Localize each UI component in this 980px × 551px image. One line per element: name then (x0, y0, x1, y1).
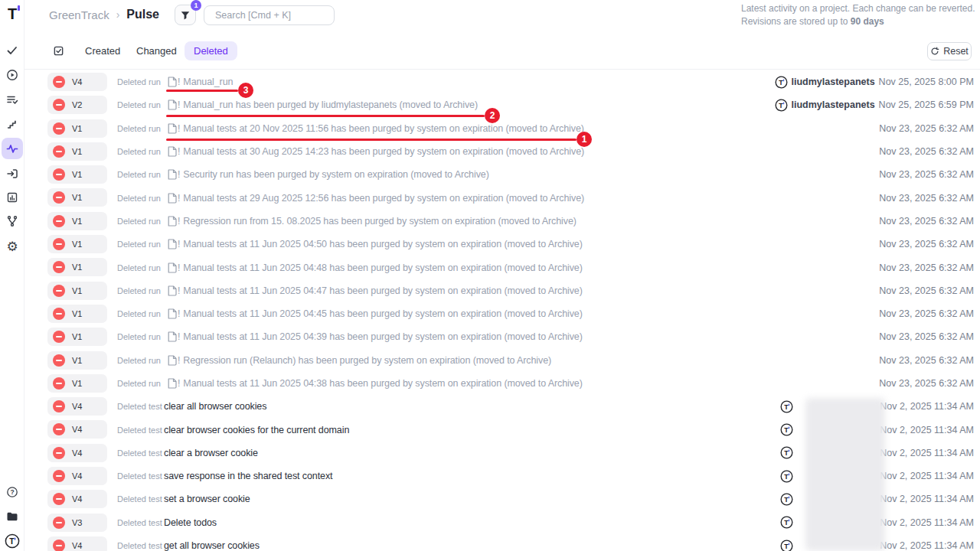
version-label: V1 (72, 262, 82, 272)
sidebar-item-pulse[interactable] (0, 138, 24, 159)
action-label: Deleted run (117, 279, 161, 302)
document-icon (168, 193, 177, 204)
list-item[interactable]: V1Deleted run!Manual tests at 11 Jun 202… (0, 372, 980, 395)
tab-changed[interactable]: Changed (127, 41, 186, 60)
list-item[interactable]: V1Deleted run!Manual tests at 11 Jun 202… (0, 279, 980, 302)
version-badge: V1 (47, 282, 107, 300)
list-item[interactable]: V1Deleted run!Manual tests at 30 Aug 202… (0, 140, 980, 163)
document-exclamation-icon: ! (168, 262, 180, 273)
deleted-minus-icon (53, 215, 65, 227)
timestamp: Nov 25, 2025 6:59 PM (879, 99, 974, 110)
page-description-line2: Revisions are stored up to 90 days (741, 15, 978, 28)
deleted-minus-icon (53, 540, 65, 551)
version-badge: V1 (47, 165, 107, 184)
list-check-icon (6, 93, 18, 106)
user-avatar-icon: T (780, 446, 793, 459)
action-label: Deleted run (117, 325, 161, 348)
user-avatar-icon: T (780, 493, 793, 506)
version-label: V1 (72, 217, 82, 226)
list-item[interactable]: V1Deleted run!Manual tests at 11 Jun 202… (0, 233, 980, 256)
list-item[interactable]: V4Deleted run!Manual_runTliudmylastepane… (0, 70, 980, 93)
list-item[interactable]: V1Deleted run!Regression run (Relaunch) … (0, 349, 980, 372)
document-exclamation-icon: ! (168, 193, 180, 204)
version-badge: V3 (47, 514, 107, 532)
sidebar: T ⚙ ? (0, 0, 24, 551)
deleted-minus-icon (53, 331, 65, 343)
deleted-minus-icon (53, 76, 65, 88)
breadcrumb-project[interactable]: GreenTrack (49, 8, 109, 21)
action-label: Deleted test (117, 395, 162, 418)
svg-text:T: T (779, 78, 783, 86)
timestamp: Nov 23, 2025 6:32 AM (879, 239, 974, 249)
page-description-line1: Latest activity on a project. Each chang… (741, 2, 978, 15)
user-avatar-icon: T (780, 423, 793, 436)
sidebar-item-reports[interactable] (0, 187, 24, 208)
sidebar-item-play[interactable] (0, 64, 24, 86)
app-logo[interactable]: T (0, 3, 24, 24)
sidebar-item-help[interactable]: ? (0, 481, 24, 503)
item-title: clear a browser cookie (164, 448, 258, 458)
version-label: V2 (72, 100, 82, 109)
svg-text:T: T (9, 536, 15, 546)
user-avatar-icon: T (780, 470, 793, 483)
deleted-minus-icon (53, 308, 65, 320)
action-label: Deleted run (117, 256, 161, 279)
version-label: V4 (72, 425, 82, 434)
search-input[interactable] (215, 10, 338, 21)
item-title: Manual tests at 11 Jun 2025 04:39 has be… (183, 331, 582, 342)
item-title: Manual tests at 11 Jun 2025 04:38 has be… (183, 378, 582, 389)
document-icon (168, 262, 177, 273)
row-meta: Nov 23, 2025 6:32 AM (879, 302, 974, 325)
tab-created[interactable]: Created (76, 41, 129, 60)
username[interactable]: liudmylastepanets (792, 77, 875, 87)
document-exclamation-icon: ! (168, 331, 180, 342)
version-label: V4 (72, 471, 82, 481)
page-description: Latest activity on a project. Each chang… (741, 2, 978, 28)
tab-deleted[interactable]: Deleted (185, 41, 237, 60)
sidebar-item-list-check[interactable] (0, 89, 24, 110)
document-icon (168, 77, 177, 87)
action-label: Deleted test (117, 534, 162, 551)
sidebar-item-branches[interactable] (0, 210, 24, 232)
list-item[interactable]: V1Deleted run!Manual tests at 11 Jun 202… (0, 325, 980, 348)
row-meta: Nov 23, 2025 6:32 AM (879, 279, 974, 302)
list-item[interactable]: V1Deleted run!Manual tests at 29 Aug 202… (0, 186, 980, 209)
item-title: Regression run (Relaunch) has been purge… (183, 355, 551, 366)
timestamp: Nov 2, 2025 11:34 AM (880, 471, 974, 481)
document-icon (168, 285, 177, 296)
version-badge: V2 (47, 96, 107, 114)
action-label: Deleted test (117, 511, 162, 534)
sidebar-item-documents[interactable] (0, 506, 24, 527)
action-label: Deleted run (117, 93, 161, 116)
svg-text:T: T (784, 542, 789, 549)
page-title: Pulse (126, 8, 159, 21)
username[interactable]: liudmylastepanets (792, 99, 875, 110)
item-title: Delete todos (164, 517, 217, 528)
item-title: Security run has been purged by system o… (183, 169, 488, 180)
timestamp: Nov 23, 2025 6:32 AM (879, 169, 974, 180)
list-item[interactable]: V1Deleted run!Security run has been purg… (0, 163, 980, 186)
document-icon (168, 378, 177, 389)
sidebar-item-settings[interactable]: ⚙ (0, 236, 24, 257)
svg-text:?: ? (10, 488, 14, 496)
item-title: Manual tests at 30 Aug 2025 14:23 has be… (183, 146, 584, 157)
reset-button[interactable]: Reset (927, 42, 972, 60)
version-label: V4 (72, 494, 82, 504)
action-label: Deleted run (117, 210, 161, 233)
item-title: Manual_run (183, 77, 233, 87)
user-avatar-icon: T (775, 76, 788, 89)
select-all-button[interactable] (53, 45, 64, 60)
sidebar-item-checkmark[interactable] (0, 40, 24, 61)
list-item[interactable]: V1Deleted run!Manual tests at 11 Jun 202… (0, 256, 980, 279)
sidebar-item-runs[interactable] (0, 163, 24, 184)
sidebar-item-milestones[interactable] (0, 113, 24, 135)
version-badge: V1 (47, 119, 107, 138)
breadcrumb: GreenTrack › Pulse (49, 8, 159, 21)
timestamp: Nov 25, 2025 8:00 PM (879, 77, 974, 87)
list-item[interactable]: V1Deleted run!Manual tests at 11 Jun 202… (0, 302, 980, 325)
sidebar-item-profile[interactable]: T (0, 530, 24, 551)
search-box[interactable] (204, 5, 335, 25)
filter-count-badge: 1 (191, 0, 201, 11)
deleted-minus-icon (53, 238, 65, 250)
list-item[interactable]: V1Deleted run!Regression run from 15. 08… (0, 210, 980, 233)
